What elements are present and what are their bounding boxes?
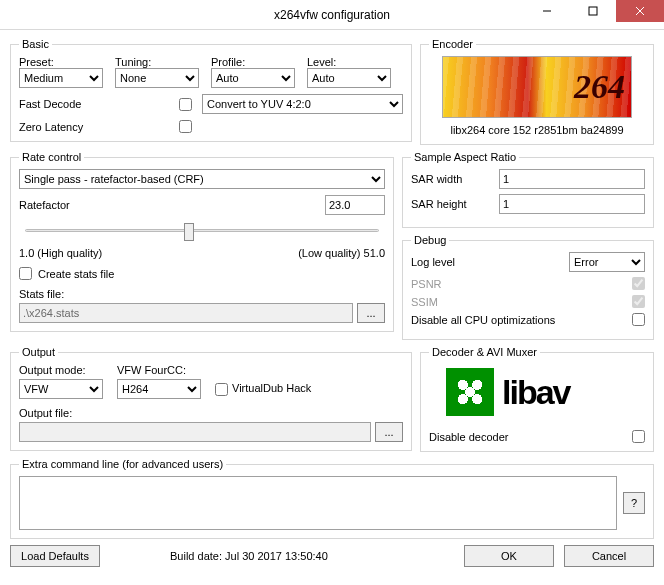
stats-file-input[interactable] (19, 303, 353, 323)
basic-group: Basic Preset: Medium Tuning: None Profil… (10, 38, 412, 142)
preset-label: Preset: (19, 56, 103, 68)
tuning-select[interactable]: None (115, 68, 199, 88)
sar-height-label: SAR height (411, 198, 499, 210)
titlebar: x264vfw configuration (0, 0, 664, 30)
loglevel-select[interactable]: Error (569, 252, 645, 272)
disable-decoder-checkbox[interactable] (632, 430, 645, 443)
fourcc-label: VFW FourCC: (117, 364, 201, 376)
decoder-legend: Decoder & AVI Muxer (429, 346, 540, 358)
vdub-hack-checkbox[interactable] (215, 383, 228, 396)
ssim-checkbox (632, 295, 645, 308)
create-stats-checkbox[interactable] (19, 267, 32, 280)
ssim-label: SSIM (411, 296, 632, 308)
window-title: x264vfw configuration (274, 8, 390, 22)
output-legend: Output (19, 346, 58, 358)
debug-legend: Debug (411, 234, 449, 246)
output-file-label: Output file: (19, 407, 72, 419)
fourcc-select[interactable]: H264 (117, 379, 201, 399)
decoder-logo-text: libav (502, 373, 569, 412)
colorspace-select[interactable]: Convert to YUV 4:2:0 (202, 94, 403, 114)
sar-group: Sample Aspect Ratio SAR width SAR height (402, 151, 654, 228)
help-button[interactable]: ? (623, 492, 645, 514)
extra-group: Extra command line (for advanced users) … (10, 458, 654, 539)
svg-rect-1 (589, 7, 597, 15)
encoder-group: Encoder 264 libx264 core 152 r2851bm ba2… (420, 38, 654, 145)
ratefactor-label: Ratefactor (19, 199, 325, 211)
encoder-legend: Encoder (429, 38, 476, 50)
tuning-label: Tuning: (115, 56, 199, 68)
fast-decode-label: Fast Decode (19, 98, 179, 110)
sar-legend: Sample Aspect Ratio (411, 151, 519, 163)
noopt-label: Disable all CPU optimizations (411, 314, 632, 326)
encoder-logo: 264 (442, 56, 632, 118)
level-label: Level: (307, 56, 391, 68)
sar-height-input[interactable] (499, 194, 645, 214)
fast-decode-checkbox[interactable] (179, 98, 192, 111)
decoder-group: Decoder & AVI Muxer libav Disable decode… (420, 346, 654, 452)
window-buttons (524, 0, 664, 22)
basic-legend: Basic (19, 38, 52, 50)
decoder-logo: libav (442, 364, 632, 420)
build-date: Build date: Jul 30 2017 13:50:40 (110, 550, 454, 562)
ratefactor-scale-high: (Low quality) 51.0 (298, 247, 385, 259)
ratefactor-input[interactable] (325, 195, 385, 215)
rate-control-mode-select[interactable]: Single pass - ratefactor-based (CRF) (19, 169, 385, 189)
profile-label: Profile: (211, 56, 295, 68)
bottom-bar: Load Defaults Build date: Jul 30 2017 13… (10, 545, 654, 567)
encoder-version: libx264 core 152 r2851bm ba24899 (429, 124, 645, 136)
sar-width-input[interactable] (499, 169, 645, 189)
noopt-checkbox[interactable] (632, 313, 645, 326)
disable-decoder-label: Disable decoder (429, 431, 632, 443)
stats-file-browse-button[interactable]: ... (357, 303, 385, 323)
output-mode-select[interactable]: VFW (19, 379, 103, 399)
rate-control-legend: Rate control (19, 151, 84, 163)
output-file-input[interactable] (19, 422, 371, 442)
cancel-button[interactable]: Cancel (564, 545, 654, 567)
loglevel-label: Log level (411, 256, 569, 268)
ratefactor-scale-low: 1.0 (High quality) (19, 247, 102, 259)
extra-commandline-input[interactable] (19, 476, 617, 530)
maximize-button[interactable] (570, 0, 616, 22)
preset-select[interactable]: Medium (19, 68, 103, 88)
extra-legend: Extra command line (for advanced users) (19, 458, 226, 470)
output-mode-label: Output mode: (19, 364, 103, 376)
zero-latency-label: Zero Latency (19, 121, 179, 133)
output-group: Output Output mode: VFW VFW FourCC: H264… (10, 346, 412, 451)
encoder-logo-text: 264 (574, 68, 625, 106)
profile-select[interactable]: Auto (211, 68, 295, 88)
debug-group: Debug Log level Error PSNR SSIM Disable … (402, 234, 654, 340)
psnr-checkbox (632, 277, 645, 290)
level-select[interactable]: Auto (307, 68, 391, 88)
load-defaults-button[interactable]: Load Defaults (10, 545, 100, 567)
psnr-label: PSNR (411, 278, 632, 290)
zero-latency-checkbox[interactable] (179, 120, 192, 133)
libav-icon (446, 368, 494, 416)
output-file-browse-button[interactable]: ... (375, 422, 403, 442)
stats-file-label: Stats file: (19, 288, 385, 300)
close-button[interactable] (616, 0, 664, 22)
rate-control-group: Rate control Single pass - ratefactor-ba… (10, 151, 394, 332)
vdub-hack-label: VirtualDub Hack (232, 382, 311, 394)
minimize-button[interactable] (524, 0, 570, 22)
ok-button[interactable]: OK (464, 545, 554, 567)
sar-width-label: SAR width (411, 173, 499, 185)
create-stats-label: Create stats file (38, 268, 114, 280)
ratefactor-slider[interactable] (25, 221, 379, 243)
